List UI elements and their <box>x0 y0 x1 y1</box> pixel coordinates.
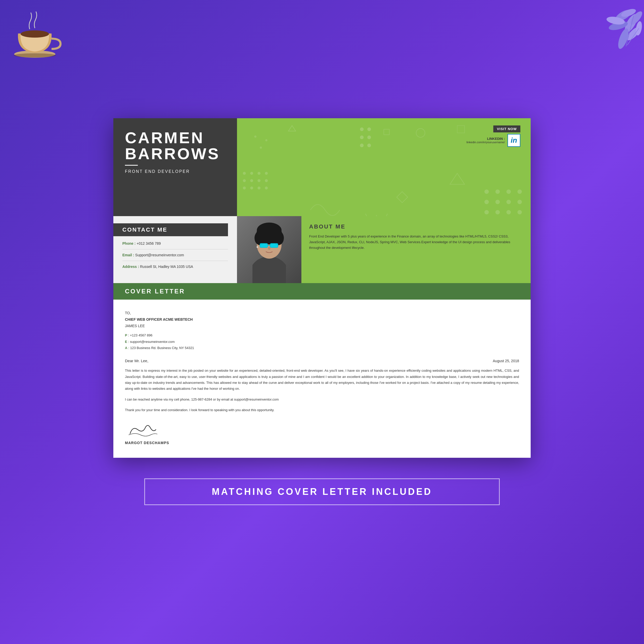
svg-point-31 <box>265 187 268 189</box>
linkedin-label: LINKEDIN : <box>467 137 505 141</box>
job-title: FRONT END DEVELOPER <box>125 169 227 174</box>
svg-point-2 <box>14 53 56 57</box>
body-paragraph-1: This letter is to express my interest in… <box>125 368 519 392</box>
cl-address-label: A <box>125 346 127 350</box>
svg-point-49 <box>367 143 371 147</box>
svg-point-18 <box>416 128 425 137</box>
coffee-cup-decoration <box>10 10 62 59</box>
bottom-banner: MATCHING COVER LETTER INCLUDED <box>144 478 500 505</box>
about-title: ABOUT ME <box>309 223 523 230</box>
cover-letter-title: COVER LETTER <box>125 288 519 295</box>
svg-rect-17 <box>384 129 389 134</box>
cl-phone-row: P : +123 4567 896 <box>125 332 519 339</box>
address-contact-item: Address : Russell St, Hadley MA 1035 USA <box>122 265 228 272</box>
svg-point-37 <box>495 200 500 204</box>
svg-point-40 <box>484 210 489 214</box>
svg-point-36 <box>484 200 489 204</box>
svg-rect-62 <box>270 244 278 247</box>
svg-point-24 <box>243 179 246 182</box>
svg-point-26 <box>258 179 260 182</box>
cl-contact-details: P : +123 4567 896 E : support@resumeinve… <box>125 332 519 351</box>
visit-now-button[interactable]: VISIT NOW <box>493 125 520 132</box>
header-green-section: VISIT NOW LINKEDIN : linkedin.com/in/you… <box>237 118 531 216</box>
svg-point-43 <box>518 210 522 214</box>
svg-point-33 <box>495 189 500 194</box>
middle-section: CONTACT ME Phone : +012 3456 789 Email :… <box>113 216 531 283</box>
body-paragraph-2: I can be reached anytime via my cell pho… <box>125 396 519 402</box>
contact-section-title: CONTACT ME <box>113 223 228 236</box>
cl-phone-value: +123 4567 896 <box>130 333 152 337</box>
cover-letter-body: TO, CHIEF WEB OFFICER ACME WEBTECH JAMES… <box>113 300 531 458</box>
svg-point-15 <box>265 139 268 141</box>
svg-point-48 <box>360 143 363 147</box>
photo-column <box>237 216 301 283</box>
svg-point-21 <box>250 172 253 175</box>
cl-address-row: A : 123 Business Rd. Business City, NY 5… <box>125 345 519 351</box>
svg-point-29 <box>250 187 253 189</box>
to-name: JAMES LEE <box>125 323 519 329</box>
signer-name: MARGOT DESCHAMPS <box>125 441 519 445</box>
svg-point-38 <box>506 200 511 204</box>
svg-point-41 <box>495 210 500 214</box>
linkedin-row: LINKEDIN : linkedin.com/in/yourusername/… <box>467 134 520 147</box>
body-paragraph-3: Thank you for your time and consideratio… <box>125 407 519 413</box>
to-label: TO, <box>125 310 519 316</box>
cl-address-value: 123 Business Rd. Business City, NY 54321 <box>130 346 194 350</box>
svg-point-1 <box>21 30 49 38</box>
greeting-row: Dear Mr. Lee, August 25, 2018 <box>125 359 519 363</box>
full-name: CARMEN BARROWS <box>125 130 227 162</box>
cover-letter-header: COVER LETTER <box>113 283 531 300</box>
letter-date: August 25, 2018 <box>493 359 519 363</box>
last-name: BARROWS <box>125 146 227 162</box>
resume-document: CARMEN BARROWS FRONT END DEVELOPER <box>113 118 531 458</box>
about-column: ABOUT ME Front End Developer with 5 plus… <box>301 216 531 283</box>
cl-phone-label: P <box>125 333 127 337</box>
to-section: TO, CHIEF WEB OFFICER ACME WEBTECH JAMES… <box>125 310 519 352</box>
address-value: Russell St, Hadley MA 1035 USA <box>140 265 193 269</box>
svg-point-39 <box>518 200 522 204</box>
leaves-decoration <box>572 0 644 72</box>
svg-point-64 <box>268 247 270 250</box>
header-section: CARMEN BARROWS FRONT END DEVELOPER <box>113 118 531 216</box>
email-value: Support@resumeinventor.com <box>135 253 184 257</box>
phone-contact-item: Phone : +012 3456 789 <box>122 241 228 249</box>
svg-point-42 <box>506 210 511 214</box>
name-divider <box>125 165 138 166</box>
cl-email-label: E <box>125 340 127 344</box>
email-label: Email : <box>122 253 135 257</box>
svg-point-30 <box>258 187 260 189</box>
first-name: CARMEN <box>125 130 227 146</box>
svg-point-28 <box>243 187 246 189</box>
svg-point-23 <box>265 172 268 175</box>
banner-text: MATCHING COVER LETTER INCLUDED <box>212 486 432 497</box>
contact-column: CONTACT ME Phone : +012 3456 789 Email :… <box>113 216 237 283</box>
email-contact-item: Email : Support@resumeinventor.com <box>122 253 228 261</box>
svg-point-27 <box>265 179 268 182</box>
svg-point-35 <box>518 189 522 194</box>
address-label: Address : <box>122 265 140 269</box>
phone-label: Phone : <box>122 241 137 245</box>
name-section: CARMEN BARROWS FRONT END DEVELOPER <box>113 118 237 216</box>
linkedin-badge[interactable]: VISIT NOW LINKEDIN : linkedin.com/in/you… <box>467 125 520 147</box>
svg-rect-61 <box>260 244 267 247</box>
svg-point-34 <box>506 189 511 194</box>
svg-point-14 <box>254 135 257 138</box>
svg-point-57 <box>257 223 282 238</box>
linkedin-url: linkedin.com/in/yourusername/ <box>467 141 505 144</box>
cl-email-value: support@resumeinventor.com <box>130 340 175 344</box>
svg-point-47 <box>367 135 371 139</box>
about-text: Front End Developer with 5 plus years of… <box>309 234 523 251</box>
svg-point-63 <box>257 246 258 248</box>
svg-point-45 <box>367 127 371 131</box>
signature-section: MARGOT DESCHAMPS <box>125 421 519 445</box>
svg-point-32 <box>484 189 489 194</box>
svg-point-20 <box>243 172 246 175</box>
cl-email-row: E : support@resumeinventor.com <box>125 339 519 345</box>
svg-point-46 <box>360 135 363 139</box>
greeting-text: Dear Mr. Lee, <box>125 359 148 363</box>
signature-svg <box>125 421 161 439</box>
svg-point-44 <box>360 127 363 131</box>
profile-photo <box>237 216 301 283</box>
linkedin-icon[interactable]: in <box>507 134 520 147</box>
svg-point-16 <box>260 146 262 149</box>
